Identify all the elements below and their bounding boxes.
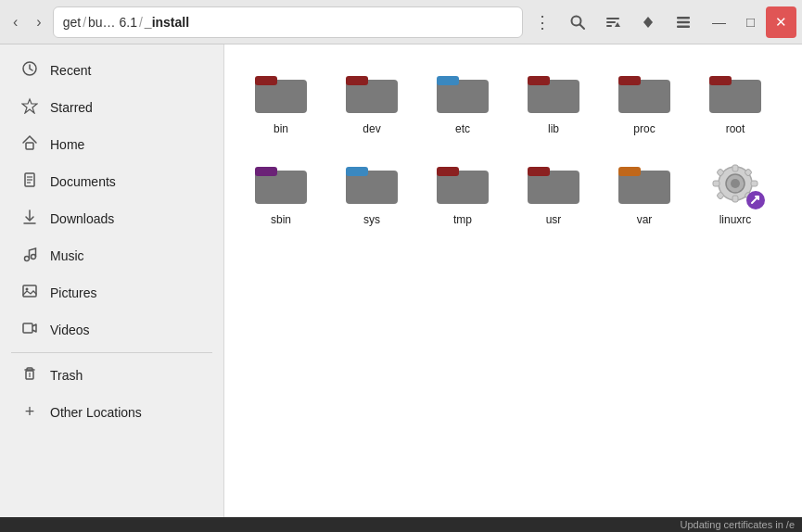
svg-rect-30 bbox=[346, 76, 368, 85]
add-icon: + bbox=[20, 402, 39, 422]
folder-label: root bbox=[726, 122, 745, 135]
downloads-icon bbox=[20, 209, 39, 229]
svg-rect-44 bbox=[437, 167, 459, 176]
sidebar-label-recent: Recent bbox=[50, 63, 91, 78]
list-item[interactable]: sbin bbox=[239, 150, 323, 234]
sidebar-divider bbox=[11, 352, 212, 353]
minimize-button[interactable]: ― bbox=[703, 6, 735, 38]
search-icon bbox=[569, 14, 586, 31]
svg-rect-52 bbox=[732, 165, 738, 171]
folder-label: dev bbox=[363, 122, 380, 135]
home-icon bbox=[20, 134, 39, 155]
titlebar: ‹ › get / bu… 6.1 / _install ⋮ bbox=[0, 0, 802, 44]
folder-icon-lib bbox=[524, 67, 583, 119]
svg-rect-8 bbox=[677, 17, 690, 19]
sidebar-label-starred: Starred bbox=[50, 100, 93, 115]
list-item[interactable]: proc bbox=[603, 59, 686, 143]
breadcrumb-part-2: bu… 6.1 bbox=[88, 15, 137, 30]
main-layout: Recent Starred Home Documents Downloads bbox=[0, 44, 802, 517]
sidebar-label-trash: Trash bbox=[50, 368, 83, 383]
folder-icon-proc bbox=[615, 67, 674, 119]
breadcrumb-sep-2: / bbox=[139, 15, 143, 30]
list-item[interactable]: usr bbox=[512, 150, 595, 234]
sort-order-button[interactable] bbox=[632, 6, 664, 38]
documents-icon bbox=[20, 171, 39, 192]
sidebar-item-home[interactable]: Home bbox=[6, 127, 218, 162]
svg-marker-5 bbox=[615, 22, 620, 27]
sidebar-item-recent[interactable]: Recent bbox=[6, 53, 218, 88]
folder-label: usr bbox=[546, 213, 562, 226]
list-item[interactable]: root bbox=[694, 59, 777, 143]
sort-order-icon bbox=[640, 14, 656, 31]
sidebar-item-trash[interactable]: Trash bbox=[6, 358, 218, 393]
svg-marker-12 bbox=[22, 99, 37, 113]
svg-rect-55 bbox=[751, 181, 757, 186]
sidebar-item-pictures[interactable]: Pictures bbox=[6, 275, 218, 310]
list-item[interactable]: etc bbox=[421, 59, 504, 143]
view-button[interactable] bbox=[668, 6, 699, 38]
sidebar-item-videos[interactable]: Videos bbox=[6, 312, 218, 348]
back-button[interactable]: ‹ bbox=[6, 10, 25, 34]
sort-icon bbox=[605, 14, 621, 31]
search-button[interactable] bbox=[562, 6, 593, 38]
status-text: Updating certificates in /e bbox=[680, 519, 795, 530]
breadcrumb[interactable]: get / bu… 6.1 / _install bbox=[53, 6, 523, 38]
view-icon bbox=[675, 14, 692, 31]
status-bar: Updating certificates in /e bbox=[0, 517, 802, 532]
svg-rect-48 bbox=[618, 167, 641, 176]
svg-point-23 bbox=[26, 288, 29, 291]
sidebar-label-videos: Videos bbox=[50, 323, 90, 337]
sidebar-item-other-locations[interactable]: + Other Locations bbox=[6, 395, 218, 429]
maximize-button[interactable]: □ bbox=[737, 6, 764, 38]
svg-rect-28 bbox=[255, 76, 277, 85]
forward-button[interactable]: › bbox=[29, 10, 48, 34]
sidebar-item-starred[interactable]: Starred bbox=[6, 90, 218, 125]
folder-icon-dev bbox=[342, 67, 401, 119]
sidebar-item-music[interactable]: Music bbox=[6, 238, 218, 273]
folder-label: linuxrc bbox=[719, 213, 752, 226]
sidebar-label-pictures: Pictures bbox=[50, 285, 97, 300]
sidebar-item-downloads[interactable]: Downloads bbox=[6, 201, 218, 236]
sidebar: Recent Starred Home Documents Downloads bbox=[0, 44, 224, 517]
svg-rect-42 bbox=[346, 167, 368, 176]
svg-rect-13 bbox=[26, 143, 33, 149]
sidebar-label-music: Music bbox=[50, 248, 84, 263]
svg-rect-10 bbox=[677, 25, 690, 28]
sort-button[interactable] bbox=[597, 6, 629, 38]
list-item[interactable]: bin bbox=[239, 59, 323, 143]
list-item[interactable]: dev bbox=[330, 59, 414, 143]
folder-label: lib bbox=[548, 122, 559, 135]
svg-rect-40 bbox=[255, 167, 277, 176]
svg-rect-46 bbox=[528, 167, 550, 176]
sidebar-label-documents: Documents bbox=[50, 174, 116, 189]
breadcrumb-sep-1: / bbox=[83, 15, 86, 30]
close-button[interactable]: ✕ bbox=[766, 6, 796, 38]
svg-rect-34 bbox=[528, 76, 550, 85]
videos-icon bbox=[20, 320, 39, 340]
sidebar-item-documents[interactable]: Documents bbox=[6, 164, 218, 199]
svg-rect-32 bbox=[437, 76, 459, 85]
folder-label: sys bbox=[363, 213, 380, 226]
svg-rect-36 bbox=[618, 76, 641, 85]
sidebar-label-downloads: Downloads bbox=[50, 211, 114, 226]
breadcrumb-part-3: _install bbox=[145, 15, 189, 30]
folder-label: var bbox=[637, 213, 653, 226]
recent-icon bbox=[20, 60, 39, 81]
list-item[interactable]: sys bbox=[330, 150, 414, 234]
list-item[interactable]: var bbox=[603, 150, 686, 234]
svg-line-1 bbox=[579, 24, 584, 29]
trash-icon bbox=[20, 365, 39, 386]
folder-label: sbin bbox=[271, 213, 291, 226]
list-item[interactable]: tmp bbox=[421, 150, 504, 234]
breadcrumb-menu-button[interactable]: ⋮ bbox=[527, 8, 558, 36]
folder-icon-var bbox=[615, 158, 674, 209]
folder-icon-sys bbox=[342, 158, 401, 209]
folder-icon-usr bbox=[524, 158, 583, 209]
folder-icon-root bbox=[706, 67, 765, 119]
folder-icon-etc bbox=[433, 67, 492, 119]
window-controls: ― □ ✕ bbox=[703, 6, 796, 38]
list-item[interactable]: lib bbox=[512, 59, 595, 143]
list-item[interactable]: linuxrc bbox=[694, 150, 777, 234]
svg-marker-7 bbox=[643, 22, 653, 28]
folder-grid: bin dev bbox=[239, 59, 787, 234]
